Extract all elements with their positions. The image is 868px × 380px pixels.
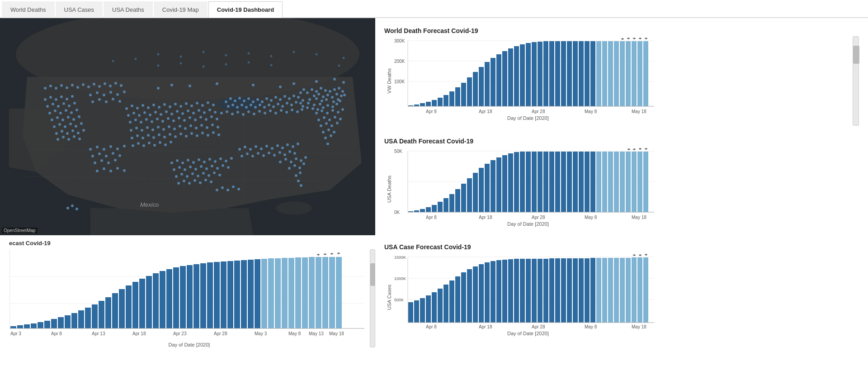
svg-point-319 [87, 86, 90, 88]
svg-rect-452 [241, 260, 247, 328]
svg-point-67 [292, 95, 295, 97]
svg-point-122 [288, 150, 291, 153]
svg-rect-513 [520, 44, 525, 106]
svg-rect-502 [455, 87, 460, 106]
svg-rect-589 [590, 152, 595, 212]
svg-point-200 [160, 113, 162, 116]
world-death-chart-title: World Death Forecast Covid-19 [384, 27, 859, 34]
mexico-label: Mexico [140, 201, 159, 208]
svg-rect-575 [508, 153, 513, 212]
svg-point-244 [217, 126, 219, 128]
svg-rect-514 [526, 43, 531, 106]
svg-rect-418 [10, 326, 16, 328]
svg-point-348 [71, 204, 74, 207]
svg-rect-638 [502, 260, 507, 323]
svg-point-305 [82, 129, 85, 132]
tab-world-deaths[interactable]: World Deaths [2, 1, 55, 18]
tab-covid-dashboard[interactable]: Covid-19 Dashboard [208, 1, 283, 18]
svg-point-261 [217, 133, 220, 136]
svg-rect-438 [146, 276, 152, 328]
svg-point-147 [219, 157, 222, 160]
svg-rect-508 [491, 58, 495, 106]
svg-point-235 [168, 125, 170, 128]
tab-usa-deaths[interactable]: USA Deaths [104, 1, 153, 18]
svg-point-138 [170, 162, 173, 164]
svg-point-123 [293, 152, 296, 155]
svg-point-211 [129, 121, 132, 124]
svg-rect-434 [119, 289, 125, 328]
svg-rect-441 [166, 269, 172, 328]
svg-rect-590 [596, 152, 601, 212]
svg-point-202 [170, 113, 173, 115]
usa-death-svg: 50K 0K [394, 147, 661, 230]
svg-point-365 [339, 118, 342, 120]
svg-point-405 [157, 65, 160, 67]
svg-point-262 [132, 144, 134, 147]
svg-point-107 [271, 147, 274, 150]
svg-point-392 [103, 167, 105, 170]
svg-rect-649 [567, 258, 572, 323]
svg-point-61 [265, 97, 268, 100]
tab-usa-cases[interactable]: USA Cases [56, 1, 103, 18]
svg-rect-453 [248, 260, 254, 328]
svg-point-280 [68, 104, 71, 107]
usa-death-y-label: USA Deaths [387, 176, 392, 203]
svg-text:1000K: 1000K [394, 276, 406, 281]
svg-point-184 [163, 103, 166, 106]
svg-point-29 [325, 98, 328, 101]
svg-point-389 [107, 162, 110, 164]
svg-text:300K: 300K [394, 38, 405, 43]
svg-point-321 [98, 85, 101, 88]
tab-bar: World Deaths USA Cases USA Deaths Covid-… [0, 0, 868, 18]
svg-point-92 [258, 110, 261, 113]
svg-point-336 [118, 100, 121, 103]
svg-point-309 [73, 135, 75, 138]
svg-point-340 [279, 86, 282, 88]
svg-point-125 [284, 158, 287, 161]
svg-text:May 3: May 3 [255, 331, 267, 336]
svg-text:May 18: May 18 [329, 331, 344, 336]
svg-point-225 [205, 118, 208, 121]
svg-point-97 [285, 111, 288, 114]
svg-rect-584 [561, 152, 566, 212]
svg-point-379 [109, 145, 112, 148]
svg-point-199 [154, 111, 157, 114]
svg-point-347 [66, 207, 69, 209]
svg-rect-641 [520, 259, 525, 323]
tab-covid-map[interactable]: Covid-19 Map [154, 1, 208, 18]
svg-point-45 [311, 107, 314, 110]
svg-point-270 [44, 98, 47, 101]
svg-rect-659 [626, 258, 631, 323]
svg-rect-633 [473, 266, 478, 323]
svg-point-33 [302, 99, 304, 102]
svg-point-129 [304, 156, 307, 159]
svg-point-312 [49, 85, 52, 87]
svg-point-35 [299, 91, 302, 94]
map-container[interactable]: OpenStreetMap Mexico [0, 18, 375, 235]
svg-rect-498 [432, 100, 437, 106]
svg-point-254 [179, 133, 182, 135]
svg-point-400 [225, 54, 227, 57]
svg-point-54 [234, 100, 236, 102]
usa-case-svg: 1500K 1000K 500K [394, 252, 661, 341]
svg-rect-592 [608, 152, 613, 212]
svg-point-55 [238, 97, 241, 100]
svg-rect-635 [485, 262, 490, 323]
svg-point-41 [332, 100, 335, 103]
svg-point-56 [243, 100, 245, 102]
svg-point-50 [335, 103, 338, 105]
svg-point-112 [297, 142, 299, 145]
svg-point-391 [96, 170, 99, 172]
svg-point-3 [276, 201, 312, 215]
svg-point-57 [247, 97, 250, 100]
svg-point-403 [293, 51, 295, 53]
svg-point-145 [208, 158, 211, 161]
svg-rect-662 [643, 257, 648, 323]
svg-point-165 [197, 175, 199, 177]
right-section: World Death Forecast Covid-19 VW Deaths … [375, 18, 868, 380]
svg-point-207 [198, 109, 200, 112]
svg-text:May 13: May 13 [309, 331, 324, 336]
svg-point-218 [167, 117, 170, 120]
svg-point-119 [273, 154, 276, 157]
svg-text:Day of Date [2020]: Day of Date [2020] [507, 115, 549, 121]
